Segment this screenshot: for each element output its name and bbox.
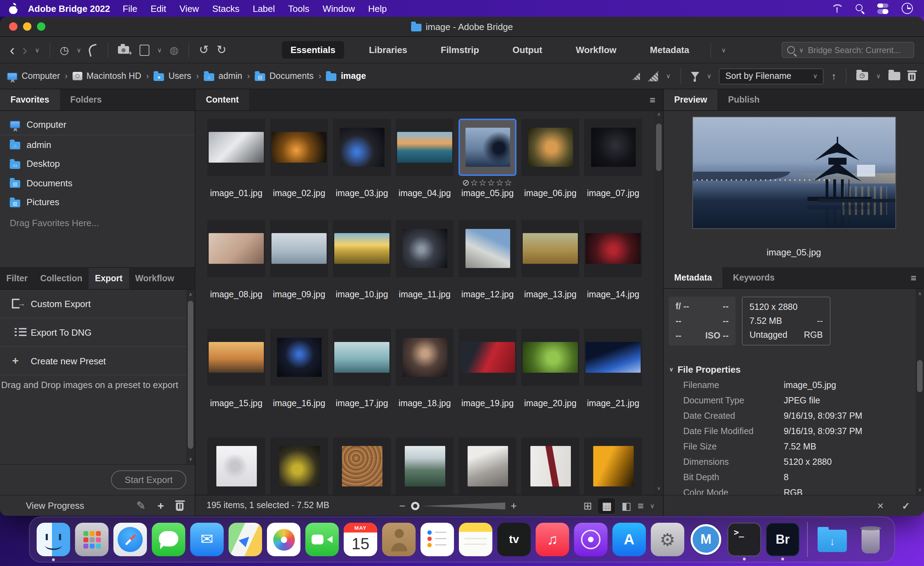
tab-keywords[interactable]: Keywords <box>722 267 785 288</box>
quality-large-icon[interactable] <box>648 71 658 81</box>
start-export-button[interactable]: Start Export <box>111 470 186 489</box>
breadcrumb-macintosh-hd[interactable]: Macintosh HD <box>87 71 141 81</box>
thumbnail-item[interactable]: image_11.jpg <box>396 220 454 329</box>
scroll-thumb[interactable] <box>188 301 194 449</box>
metadata-value[interactable]: 8 <box>784 473 789 482</box>
dock-mountain-app-icon[interactable]: M <box>689 523 723 556</box>
dock-reminders-icon[interactable] <box>420 523 454 556</box>
scroll-up-icon[interactable]: ∧ <box>918 290 921 297</box>
dock-facetime-icon[interactable] <box>305 523 339 556</box>
menu-window[interactable]: Window <box>323 3 355 14</box>
thumbnail-item-selected[interactable]: ⊘☆☆☆☆☆image_05.jpg <box>459 119 516 220</box>
export-preset-create-new-preset[interactable]: +Create new Preset <box>0 347 195 375</box>
search-icon[interactable] <box>856 4 864 12</box>
export-preset-export-to-dng[interactable]: Export To DNG <box>0 318 195 347</box>
tab-favorites[interactable]: Favorites <box>0 89 60 110</box>
sidebar-item-desktop[interactable]: ▭Desktop <box>0 154 195 173</box>
thumbnail-item[interactable]: image_15.jpg <box>207 329 265 438</box>
dock-mail-icon[interactable]: ✉ <box>190 523 224 556</box>
thumbnail-item[interactable] <box>207 438 265 495</box>
apple-menu-icon[interactable] <box>9 3 18 14</box>
camera-import-icon[interactable]: + <box>118 46 129 54</box>
breadcrumb-admin[interactable]: admin <box>219 71 242 81</box>
rotate-left-icon[interactable]: ↺ <box>199 43 209 57</box>
slider-track[interactable] <box>422 502 505 509</box>
view-progress-label[interactable]: View Progress <box>26 500 84 511</box>
sidebar-item-admin[interactable]: ⌂admin <box>0 135 195 154</box>
control-center-icon[interactable] <box>877 3 888 14</box>
scroll-up-icon[interactable]: ∧ <box>189 291 192 298</box>
thumbnail-item[interactable]: image_08.jpg <box>207 220 265 329</box>
tab-folders[interactable]: Folders <box>60 89 112 110</box>
metadata-scrollbar[interactable]: ∧ ∨ <box>916 289 924 495</box>
filter-chevron-icon[interactable]: ∨ <box>707 73 711 80</box>
scroll-down-icon[interactable]: ∨ <box>657 485 660 492</box>
thumbnail-item[interactable]: image_04.jpg <box>396 119 454 220</box>
quality-chevron-icon[interactable]: ∨ <box>666 73 670 80</box>
dock-messages-icon[interactable] <box>152 523 185 556</box>
dock-downloads-icon[interactable]: ↓ <box>816 523 849 556</box>
thumbnail-item[interactable]: image_03.jpg <box>333 119 391 220</box>
back-icon[interactable]: ‹ <box>10 43 15 57</box>
copy-pages-icon[interactable] <box>140 44 150 56</box>
workspace-tab-metadata[interactable]: Metadata <box>642 41 698 59</box>
new-folder-icon[interactable] <box>888 72 900 80</box>
title-bar[interactable]: image - Adobe Bridge <box>0 17 924 37</box>
edit-icon[interactable]: ✎ <box>136 499 146 512</box>
tab-publish[interactable]: Publish <box>718 89 770 110</box>
metadata-value[interactable]: 5120 x 2880 <box>784 457 832 467</box>
thumbnail-item[interactable]: image_07.jpg <box>584 119 642 220</box>
breadcrumb-documents[interactable]: Documents <box>269 71 314 81</box>
section-collapse-icon[interactable]: ∨ <box>669 366 674 372</box>
dock-safari-icon[interactable] <box>113 523 147 556</box>
nav-chevron-icon[interactable]: ∨ <box>35 47 39 53</box>
delete-icon[interactable] <box>176 502 183 510</box>
search-input[interactable]: ∨ Bridge Search: Current... <box>782 42 914 58</box>
forward-icon[interactable]: › <box>22 43 27 57</box>
thumbnail-item[interactable] <box>270 438 328 495</box>
workspace-tab-libraries[interactable]: Libraries <box>360 41 416 59</box>
dock-maps-icon[interactable]: ▶ <box>228 523 262 556</box>
copy-chevron-icon[interactable]: ∨ <box>158 47 162 53</box>
close-button[interactable] <box>9 23 18 31</box>
details-view-icon[interactable]: ◧ <box>621 499 631 512</box>
thumbnail-item[interactable]: image_06.jpg <box>521 119 579 220</box>
sort-dropdown[interactable]: Sort by Filename∨ <box>719 68 824 84</box>
thumbnail-item[interactable]: image_10.jpg <box>333 220 391 329</box>
thumbnail-item[interactable] <box>521 438 579 495</box>
scroll-down-icon[interactable]: ∨ <box>918 486 921 493</box>
thumbnail-item[interactable]: image_09.jpg <box>270 220 328 329</box>
section-header-file-properties[interactable]: ∨File Properties <box>664 361 914 378</box>
scroll-up-icon[interactable]: ∧ <box>657 111 660 118</box>
dock-launchpad-icon[interactable] <box>75 523 108 556</box>
history-icon[interactable]: ◷ <box>60 44 69 56</box>
dock-contacts-icon[interactable] <box>382 523 416 556</box>
thumbnail-item[interactable] <box>333 438 391 495</box>
preview-image[interactable] <box>692 117 896 229</box>
thumbnail-item[interactable]: image_21.jpg <box>584 329 642 438</box>
thumbnail-item[interactable]: image_19.jpg <box>459 329 516 438</box>
zoom-button[interactable] <box>37 23 45 31</box>
menu-stacks[interactable]: Stacks <box>212 3 239 14</box>
menu-label[interactable]: Label <box>253 3 275 14</box>
metadata-value[interactable]: 9/16/19, 8:09:37 PM <box>784 411 862 421</box>
workspace-tab-workflow[interactable]: Workflow <box>567 41 625 59</box>
workspace-tab-output[interactable]: Output <box>504 41 550 59</box>
app-menu-title[interactable]: Adobe Bridge 2022 <box>28 3 110 14</box>
dock-calendar-icon[interactable]: MAY15 <box>344 523 377 556</box>
content-scrollbar[interactable]: ∧∨ <box>655 111 663 495</box>
minimize-button[interactable] <box>23 23 32 31</box>
menu-file[interactable]: File <box>123 3 138 14</box>
dock-podcasts-icon[interactable] <box>574 523 608 556</box>
rating-stars[interactable]: ⊘☆☆☆☆☆ <box>462 177 513 188</box>
recent-chevron-icon[interactable]: ∨ <box>876 73 881 80</box>
thumbnail-item[interactable]: image_14.jpg <box>584 220 642 329</box>
workspace-tab-essentials[interactable]: Essentials <box>282 41 344 59</box>
cancel-icon[interactable]: × <box>877 499 884 512</box>
slider-knob[interactable] <box>411 501 419 510</box>
metadata-value[interactable]: RGB <box>784 488 802 495</box>
tab-export[interactable]: Export <box>88 268 129 289</box>
scroll-thumb[interactable] <box>656 123 662 171</box>
dock-settings-icon[interactable]: ⚙ <box>651 523 684 556</box>
dock-bridge-icon[interactable]: Br <box>766 523 800 556</box>
